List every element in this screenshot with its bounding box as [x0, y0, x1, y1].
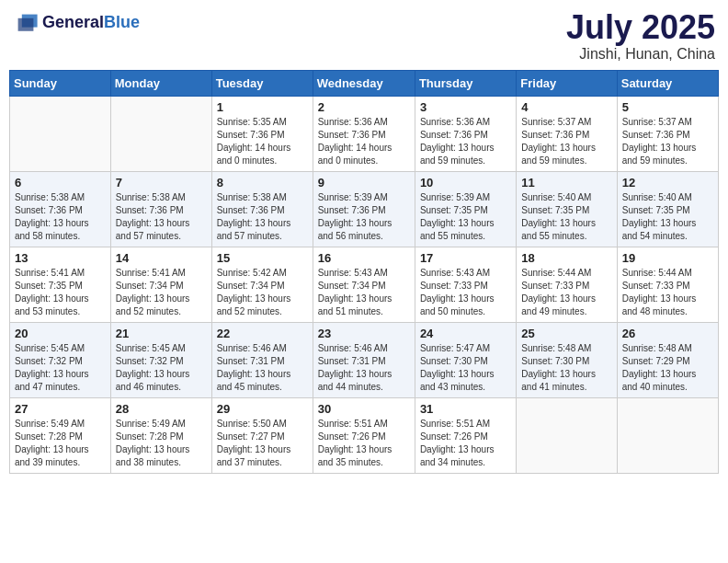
day-info: Sunrise: 5:40 AM Sunset: 7:35 PM Dayligh… [622, 191, 713, 243]
calendar-cell: 31Sunrise: 5:51 AM Sunset: 7:26 PM Dayli… [415, 397, 516, 473]
day-info: Sunrise: 5:44 AM Sunset: 7:33 PM Dayligh… [521, 267, 611, 318]
day-number: 28 [116, 402, 207, 416]
calendar-cell: 10Sunrise: 5:39 AM Sunset: 7:35 PM Dayli… [415, 171, 516, 247]
calendar-table: SundayMondayTuesdayWednesdayThursdayFrid… [9, 70, 719, 474]
calendar-cell: 30Sunrise: 5:51 AM Sunset: 7:26 PM Dayli… [313, 397, 415, 473]
day-number: 2 [318, 100, 410, 114]
day-number: 31 [420, 402, 511, 416]
calendar-cell: 6Sunrise: 5:38 AM Sunset: 7:36 PM Daylig… [10, 171, 111, 247]
day-number: 1 [217, 100, 308, 114]
calendar-cell [617, 397, 718, 473]
location-title: Jinshi, Hunan, China [566, 46, 715, 63]
weekday-monday: Monday [110, 70, 211, 96]
day-number: 4 [521, 100, 611, 114]
day-info: Sunrise: 5:38 AM Sunset: 7:36 PM Dayligh… [217, 191, 308, 243]
day-number: 9 [318, 176, 410, 190]
day-number: 12 [622, 176, 713, 190]
weekday-sunday: Sunday [10, 70, 111, 96]
calendar-cell: 12Sunrise: 5:40 AM Sunset: 7:35 PM Dayli… [617, 171, 718, 247]
day-info: Sunrise: 5:51 AM Sunset: 7:26 PM Dayligh… [420, 418, 511, 469]
calendar-cell: 27Sunrise: 5:49 AM Sunset: 7:28 PM Dayli… [10, 397, 111, 473]
calendar-cell: 29Sunrise: 5:50 AM Sunset: 7:27 PM Dayli… [211, 397, 313, 473]
calendar-cell [110, 96, 211, 171]
day-info: Sunrise: 5:37 AM Sunset: 7:36 PM Dayligh… [622, 116, 713, 167]
day-info: Sunrise: 5:48 AM Sunset: 7:29 PM Dayligh… [622, 342, 713, 394]
day-info: Sunrise: 5:45 AM Sunset: 7:32 PM Dayligh… [15, 342, 106, 394]
calendar-cell: 16Sunrise: 5:43 AM Sunset: 7:34 PM Dayli… [313, 247, 415, 322]
calendar-cell: 28Sunrise: 5:49 AM Sunset: 7:28 PM Dayli… [110, 397, 211, 473]
day-number: 5 [622, 100, 713, 114]
day-number: 13 [15, 251, 106, 265]
day-info: Sunrise: 5:43 AM Sunset: 7:34 PM Dayligh… [318, 267, 410, 318]
day-info: Sunrise: 5:35 AM Sunset: 7:36 PM Dayligh… [217, 116, 308, 167]
day-info: Sunrise: 5:49 AM Sunset: 7:28 PM Dayligh… [116, 418, 207, 469]
day-info: Sunrise: 5:40 AM Sunset: 7:35 PM Dayligh… [521, 191, 611, 243]
day-number: 20 [15, 327, 106, 340]
calendar-cell: 4Sunrise: 5:37 AM Sunset: 7:36 PM Daylig… [517, 96, 617, 171]
title-block: July 2025 Jinshi, Hunan, China [566, 9, 715, 63]
day-info: Sunrise: 5:38 AM Sunset: 7:36 PM Dayligh… [116, 191, 207, 243]
day-number: 17 [420, 251, 511, 265]
day-number: 22 [217, 327, 308, 340]
calendar-week-3: 20Sunrise: 5:45 AM Sunset: 7:32 PM Dayli… [10, 322, 719, 397]
calendar-cell [517, 397, 617, 473]
calendar-cell: 5Sunrise: 5:37 AM Sunset: 7:36 PM Daylig… [617, 96, 718, 171]
weekday-tuesday: Tuesday [211, 70, 313, 96]
day-info: Sunrise: 5:39 AM Sunset: 7:35 PM Dayligh… [420, 191, 511, 243]
calendar-cell: 8Sunrise: 5:38 AM Sunset: 7:36 PM Daylig… [211, 171, 313, 247]
calendar-cell: 23Sunrise: 5:46 AM Sunset: 7:31 PM Dayli… [313, 322, 415, 397]
day-number: 30 [318, 402, 410, 416]
logo-text: GeneralBlue [42, 13, 140, 32]
day-number: 8 [217, 176, 308, 190]
calendar-cell: 24Sunrise: 5:47 AM Sunset: 7:30 PM Dayli… [415, 322, 516, 397]
day-number: 23 [318, 327, 410, 340]
calendar-cell: 13Sunrise: 5:41 AM Sunset: 7:35 PM Dayli… [10, 247, 111, 322]
weekday-thursday: Thursday [415, 70, 516, 96]
day-info: Sunrise: 5:38 AM Sunset: 7:36 PM Dayligh… [15, 191, 106, 243]
day-info: Sunrise: 5:50 AM Sunset: 7:27 PM Dayligh… [217, 418, 308, 469]
calendar-week-1: 6Sunrise: 5:38 AM Sunset: 7:36 PM Daylig… [10, 171, 719, 247]
day-number: 16 [318, 251, 410, 265]
day-info: Sunrise: 5:42 AM Sunset: 7:34 PM Dayligh… [217, 267, 308, 318]
day-info: Sunrise: 5:45 AM Sunset: 7:32 PM Dayligh… [116, 342, 207, 394]
day-number: 26 [622, 327, 713, 340]
day-info: Sunrise: 5:51 AM Sunset: 7:26 PM Dayligh… [318, 418, 410, 469]
day-number: 21 [116, 327, 207, 340]
calendar-cell: 18Sunrise: 5:44 AM Sunset: 7:33 PM Dayli… [517, 247, 617, 322]
day-info: Sunrise: 5:48 AM Sunset: 7:30 PM Dayligh… [521, 342, 611, 394]
calendar-cell: 2Sunrise: 5:36 AM Sunset: 7:36 PM Daylig… [313, 96, 415, 171]
day-number: 7 [116, 176, 207, 190]
logo-general: General [42, 13, 104, 31]
page-header: GeneralBlue July 2025 Jinshi, Hunan, Chi… [9, 9, 719, 63]
calendar-cell [10, 96, 111, 171]
day-number: 24 [420, 327, 511, 340]
day-number: 15 [217, 251, 308, 265]
day-info: Sunrise: 5:37 AM Sunset: 7:36 PM Dayligh… [521, 116, 611, 167]
day-number: 25 [521, 327, 611, 340]
calendar-cell: 9Sunrise: 5:39 AM Sunset: 7:36 PM Daylig… [313, 171, 415, 247]
day-number: 18 [521, 251, 611, 265]
calendar-week-0: 1Sunrise: 5:35 AM Sunset: 7:36 PM Daylig… [10, 96, 719, 171]
calendar-cell: 17Sunrise: 5:43 AM Sunset: 7:33 PM Dayli… [415, 247, 516, 322]
logo-blue: Blue [104, 13, 140, 31]
month-title: July 2025 [566, 9, 715, 46]
day-info: Sunrise: 5:46 AM Sunset: 7:31 PM Dayligh… [318, 342, 410, 394]
day-number: 11 [521, 176, 611, 190]
day-info: Sunrise: 5:39 AM Sunset: 7:36 PM Dayligh… [318, 191, 410, 243]
day-number: 10 [420, 176, 511, 190]
day-info: Sunrise: 5:43 AM Sunset: 7:33 PM Dayligh… [420, 267, 511, 318]
day-info: Sunrise: 5:49 AM Sunset: 7:28 PM Dayligh… [15, 418, 106, 469]
calendar-cell: 19Sunrise: 5:44 AM Sunset: 7:33 PM Dayli… [617, 247, 718, 322]
calendar-cell: 25Sunrise: 5:48 AM Sunset: 7:30 PM Dayli… [517, 322, 617, 397]
calendar-cell: 21Sunrise: 5:45 AM Sunset: 7:32 PM Dayli… [110, 322, 211, 397]
calendar-cell: 7Sunrise: 5:38 AM Sunset: 7:36 PM Daylig… [110, 171, 211, 247]
weekday-friday: Friday [517, 70, 617, 96]
calendar-cell: 14Sunrise: 5:41 AM Sunset: 7:34 PM Dayli… [110, 247, 211, 322]
day-info: Sunrise: 5:36 AM Sunset: 7:36 PM Dayligh… [318, 116, 410, 167]
day-number: 29 [217, 402, 308, 416]
day-number: 6 [15, 176, 106, 190]
day-info: Sunrise: 5:41 AM Sunset: 7:35 PM Dayligh… [15, 267, 106, 318]
svg-marker-1 [18, 18, 34, 31]
day-number: 19 [622, 251, 713, 265]
day-number: 27 [15, 402, 106, 416]
